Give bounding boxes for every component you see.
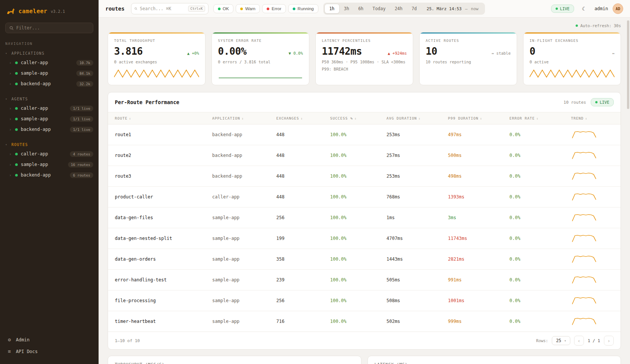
table-row[interactable]: route1 backend-app 448 100.0% 253ms 497m…: [108, 124, 621, 145]
status-dot: [240, 8, 243, 10]
sidebar-item-badge: 6 routes: [70, 172, 93, 178]
route-name-cell: data-gen-nested-split: [108, 228, 205, 249]
application-cell: backend-app: [205, 166, 270, 187]
avg-duration-cell: 768ms: [380, 187, 441, 207]
section-header-applications[interactable]: ▾ APPLICATIONS: [0, 49, 99, 57]
avatar[interactable]: AD: [613, 3, 623, 14]
app-name: cameleer: [19, 8, 47, 15]
status-filter-chip[interactable]: Warn: [236, 4, 260, 13]
bottom-charts-row: THROUGHPUT (MSG/S) LATENCY (MS): [108, 356, 621, 364]
time-range-button[interactable]: 6h: [354, 4, 368, 13]
table-row[interactable]: route3 backend-app 448 100.0% 253ms 498m…: [108, 166, 621, 187]
auto-refresh-row: Auto-refresh: 30s: [108, 21, 621, 31]
kpi-subtitle: 0 active: [530, 60, 615, 64]
time-range-button[interactable]: Today: [368, 4, 390, 13]
status-filter-chip[interactable]: OK: [213, 4, 234, 13]
table-row[interactable]: data-gen-orders sample-app 358 100.0% 14…: [108, 249, 621, 270]
success-cell: 100.0%: [323, 290, 380, 311]
theme-toggle-button[interactable]: ☾: [579, 3, 590, 14]
exchanges-cell: 448: [269, 187, 323, 207]
success-cell: 100.0%: [323, 207, 380, 228]
trend-sparkline: [571, 192, 598, 201]
column-header[interactable]: EXCHANGES↕: [269, 112, 323, 124]
time-range-button[interactable]: 24h: [390, 4, 407, 13]
time-range-button[interactable]: 7d: [407, 4, 422, 13]
table-row[interactable]: timer-heartbeat sample-app 716 100.0% 50…: [108, 311, 621, 332]
sidebar-item-agent[interactable]: › sample-app 1/1 live: [0, 114, 99, 124]
column-header[interactable]: ROUTE↕: [108, 112, 205, 124]
application-cell: sample-app: [205, 249, 270, 270]
p99-duration-cell: 500ms: [441, 145, 503, 166]
avg-duration-cell: 1ms: [380, 207, 441, 228]
kpi-value: 0: [530, 46, 535, 57]
column-header[interactable]: P99 DURATION↕: [441, 112, 503, 124]
search-input[interactable]: [140, 6, 185, 11]
chevron-right-icon: ›: [9, 127, 12, 132]
status-dot: [15, 107, 18, 110]
chevron-down-icon: ▾: [5, 52, 8, 55]
table-row[interactable]: data-gen-files sample-app 256 100.0% 1ms…: [108, 207, 621, 228]
next-page-button[interactable]: ›: [604, 336, 614, 346]
status-filter-chip[interactable]: Running: [288, 4, 318, 13]
table-row[interactable]: data-gen-nested-split sample-app 199 100…: [108, 228, 621, 249]
kpi-title: LATENCY PERCENTILES: [322, 38, 407, 43]
date-range-display[interactable]: 25. März 14:53 — now: [422, 6, 484, 11]
table-row[interactable]: file-processing sample-app 256 100.0% 50…: [108, 290, 621, 311]
exchanges-cell: 256: [269, 207, 323, 228]
trend-sparkline: [571, 172, 598, 181]
kpi-delta: ⇔: [612, 51, 615, 55]
sidebar-item-route-group[interactable]: › caller-app 4 routes: [0, 149, 99, 159]
section-header-agents[interactable]: ▾ AGENTS: [0, 95, 99, 103]
time-range-button[interactable]: 1h: [324, 4, 340, 14]
section-header-routes[interactable]: ▾ ROUTES: [0, 141, 99, 149]
route-name-cell: product-caller: [108, 187, 205, 207]
kpi-accent-bar: [212, 32, 309, 34]
sidebar-item-agent[interactable]: › backend-app 1/1 live: [0, 124, 99, 135]
sidebar-item-application[interactable]: › caller-app 10.7k: [0, 57, 99, 68]
app-logo[interactable]: cameleer v3.2.1: [0, 0, 99, 21]
kpi-card: LATENCY PERCENTILES 11742ms ▲ +924ms P50…: [315, 32, 413, 85]
column-header[interactable]: TREND↕: [564, 112, 621, 124]
application-cell: sample-app: [205, 228, 270, 249]
p99-duration-cell: 11743ms: [441, 228, 503, 249]
error-rate-cell: 0.0%: [503, 145, 564, 166]
column-header[interactable]: SUCCESS %↕: [323, 112, 380, 124]
column-header[interactable]: APPLICATION↕: [205, 112, 270, 124]
sidebar-item-application[interactable]: › backend-app 32.2k: [0, 78, 99, 89]
rows-per-page-select[interactable]: 25 ▾: [552, 336, 570, 345]
application-cell: backend-app: [205, 145, 270, 166]
sidebar-item-agent[interactable]: › caller-app 1/1 live: [0, 103, 99, 114]
chevron-right-icon: ›: [9, 81, 12, 86]
user-name: admin: [594, 6, 608, 11]
throughput-chart-panel: THROUGHPUT (MSG/S): [108, 356, 361, 364]
sidebar-item-route-group[interactable]: › backend-app 6 routes: [0, 170, 99, 180]
sidebar-section-applications: ▾ APPLICATIONS › caller-app 10.7k › samp…: [0, 49, 99, 89]
sidebar-item-label: backend-app: [21, 127, 51, 132]
table-row[interactable]: error-handling-test sample-app 239 100.0…: [108, 270, 621, 290]
search-box[interactable]: Ctrl+K: [131, 3, 208, 14]
time-range-button[interactable]: 3h: [340, 4, 354, 13]
table-row[interactable]: route2 backend-app 448 100.0% 257ms 500m…: [108, 145, 621, 166]
table-row[interactable]: product-caller caller-app 448 100.0% 768…: [108, 187, 621, 207]
sidebar-item-route-group[interactable]: › sample-app 16 routes: [0, 159, 99, 170]
column-header[interactable]: ERROR RATE↕: [503, 112, 564, 124]
success-cell: 100.0%: [323, 145, 380, 166]
live-badge: LIVE: [551, 5, 574, 13]
kpi-value: 10: [426, 46, 437, 57]
sidebar-item-admin[interactable]: ⚙ Admin: [0, 334, 99, 346]
main-scrollbar[interactable]: [627, 20, 629, 109]
sidebar-item-label: caller-app: [21, 60, 48, 65]
rows-per-page-label: Rows:: [536, 338, 548, 343]
prev-page-button[interactable]: ‹: [574, 336, 584, 346]
chevron-down-icon: ▾: [5, 143, 8, 146]
trend-sparkline: [571, 151, 598, 160]
route-name-cell: route2: [108, 145, 205, 166]
kpi-sparkline: [114, 68, 199, 80]
column-header[interactable]: AVG DURATION↕: [380, 112, 441, 124]
status-filter-chip[interactable]: Error: [262, 4, 286, 13]
route-name-cell: file-processing: [108, 290, 205, 311]
sidebar-item-application[interactable]: › sample-app 84.1k: [0, 68, 99, 78]
sidebar-item-api-docs[interactable]: ≡ API Docs: [0, 346, 99, 357]
sidebar-filter-input[interactable]: [16, 25, 89, 31]
error-rate-cell: 0.0%: [503, 166, 564, 187]
